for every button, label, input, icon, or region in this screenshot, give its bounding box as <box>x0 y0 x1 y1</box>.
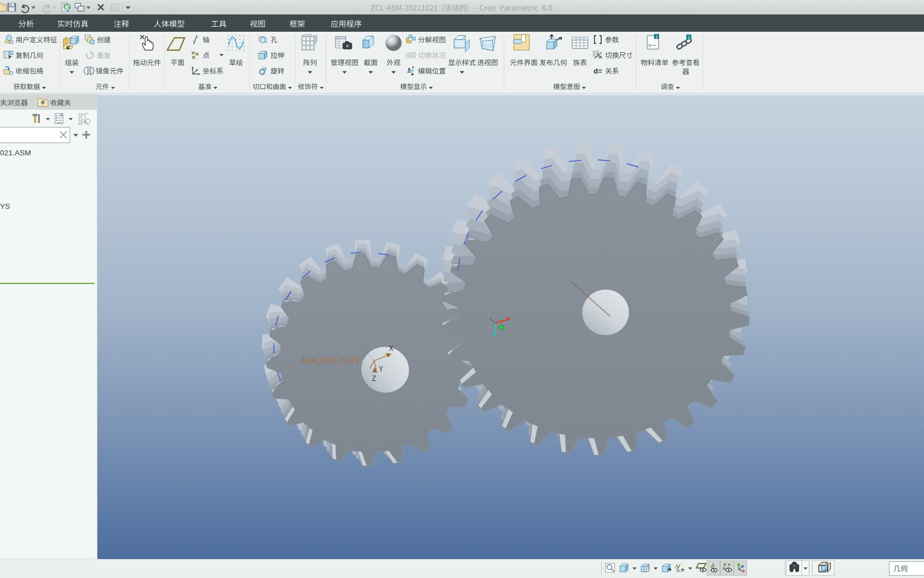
svg-text:d=: d= <box>593 67 602 75</box>
svg-text:15: 15 <box>594 52 598 56</box>
